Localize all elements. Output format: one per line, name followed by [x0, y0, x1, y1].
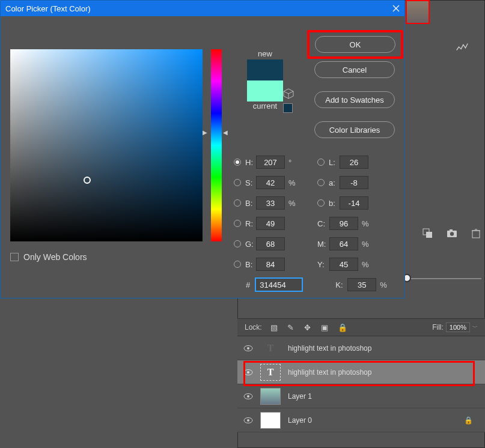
color-field[interactable]	[10, 49, 203, 241]
new-color-swatch	[247, 59, 283, 80]
layer-name[interactable]: highlight text in photoshop	[288, 368, 371, 377]
layer-thumb	[260, 412, 281, 429]
websafe-swatch[interactable]	[283, 103, 293, 113]
image-layer-thumb	[260, 388, 281, 405]
fill-label: Fill:	[432, 323, 444, 331]
input-c[interactable]	[329, 217, 358, 230]
layer-row[interactable]: Layer 1	[237, 384, 485, 408]
layer-name[interactable]: Layer 0	[288, 416, 312, 425]
hue-arrow-right-icon: ◀	[223, 129, 228, 136]
input-bhsv[interactable]	[256, 196, 285, 210]
color-picker-dialog: Color Picker (Text Color) ▶ ◀ new curren…	[0, 0, 405, 298]
label-y: Y:	[317, 260, 329, 269]
label-r: R:	[245, 219, 256, 228]
input-m[interactable]	[329, 237, 358, 250]
layer-name[interactable]: highlight text in photoshop	[288, 344, 371, 353]
radio-l[interactable]	[317, 159, 325, 166]
add-to-swatches-button[interactable]: Add to Swatches	[314, 91, 395, 108]
unit-bhsv: %	[288, 199, 299, 208]
input-s[interactable]	[256, 176, 285, 189]
label-a: a:	[329, 178, 340, 187]
radio-brgb[interactable]	[234, 261, 241, 268]
label-bhsv: B:	[245, 199, 256, 208]
label-m: M:	[317, 240, 329, 249]
cancel-button[interactable]: Cancel	[314, 61, 395, 78]
cube-icon[interactable]	[283, 88, 294, 99]
camera-icon[interactable]	[447, 228, 457, 239]
text-layer-icon: T	[260, 340, 281, 357]
layer-row[interactable]: T highlight text in photoshop	[237, 336, 485, 360]
svg-marker-18	[284, 89, 293, 94]
text-layer-icon: T	[260, 364, 281, 381]
current-color-swatch[interactable]	[247, 80, 283, 101]
hex-label: #	[246, 280, 250, 289]
new-color-label: new	[235, 49, 295, 58]
chevron-down-icon[interactable]: ﹀	[472, 324, 478, 331]
input-k[interactable]	[347, 278, 376, 291]
dialog-titlebar[interactable]: Color Picker (Text Color)	[1, 1, 404, 16]
input-g[interactable]	[256, 237, 285, 250]
layer-row[interactable]: Layer 0 🔒	[237, 408, 485, 432]
close-icon[interactable]	[392, 5, 400, 12]
input-lb[interactable]	[340, 196, 368, 210]
visibility-icon[interactable]	[243, 416, 253, 425]
ok-button[interactable]: OK	[315, 36, 395, 53]
fill-value[interactable]: 100%	[446, 322, 470, 332]
lock-artboard-icon[interactable]: ▣	[321, 323, 329, 332]
layer-name[interactable]: Layer 1	[288, 392, 312, 401]
svg-point-3	[450, 232, 454, 235]
visibility-icon[interactable]	[243, 344, 253, 353]
layer-row[interactable]: T highlight text in photoshop	[237, 360, 485, 384]
lock-brush-icon[interactable]: ✎	[287, 323, 296, 332]
label-s: S:	[245, 178, 256, 187]
lock-pixels-icon[interactable]: ▧	[270, 323, 279, 332]
svg-rect-1	[426, 232, 432, 238]
svg-point-13	[247, 395, 249, 398]
radio-h[interactable]	[234, 159, 241, 166]
svg-point-15	[247, 419, 249, 422]
image-thumbnail[interactable]	[406, 0, 430, 24]
layers-list: T highlight text in photoshop T highligh…	[237, 336, 485, 448]
lock-all-icon[interactable]: 🔒	[338, 323, 346, 332]
unit-s: %	[288, 178, 299, 187]
color-values-grid: H: ° L: S: % a: B: % b:	[234, 152, 393, 295]
radio-g[interactable]	[234, 240, 241, 247]
radio-lb[interactable]	[317, 199, 325, 207]
label-c: C:	[317, 219, 329, 228]
lock-position-icon[interactable]: ✥	[304, 323, 313, 332]
unit-h: °	[288, 158, 299, 167]
label-h: H:	[245, 158, 256, 167]
lock-row: Lock: ▧ ✎ ✥ ▣ 🔒 Fill: 100% ﹀	[237, 318, 485, 336]
hue-slider[interactable]	[211, 49, 222, 241]
color-libraries-button[interactable]: Color Libraries	[314, 121, 395, 138]
input-h[interactable]	[256, 156, 285, 169]
radio-a[interactable]	[317, 179, 325, 186]
input-l[interactable]	[340, 156, 368, 169]
lock-label: Lock:	[245, 323, 262, 331]
input-y[interactable]	[329, 258, 358, 271]
label-k: K:	[335, 280, 347, 289]
visibility-icon[interactable]	[243, 392, 253, 401]
svg-point-9	[247, 347, 249, 350]
new-adjustment-icon[interactable]	[422, 228, 433, 239]
radio-bhsv[interactable]	[234, 199, 241, 207]
label-g: G:	[245, 240, 256, 249]
lock-icon: 🔒	[464, 416, 473, 425]
radio-s[interactable]	[234, 179, 241, 186]
visibility-icon[interactable]	[243, 368, 253, 377]
radio-r[interactable]	[234, 220, 241, 227]
trash-icon[interactable]	[471, 228, 481, 239]
checkbox-icon[interactable]	[10, 253, 19, 261]
svg-rect-5	[472, 231, 480, 238]
input-a[interactable]	[340, 176, 368, 189]
input-brgb[interactable]	[256, 258, 285, 271]
only-web-colors-checkbox[interactable]: Only Web Colors	[10, 252, 87, 262]
histogram-icon[interactable]	[456, 42, 469, 52]
label-l: L:	[329, 158, 340, 167]
input-r[interactable]	[256, 217, 285, 230]
dialog-title: Color Picker (Text Color)	[5, 4, 91, 13]
color-picker-cursor[interactable]	[84, 177, 91, 184]
svg-rect-4	[450, 229, 453, 231]
only-web-label: Only Web Colors	[23, 252, 87, 262]
hex-input[interactable]	[255, 277, 303, 292]
